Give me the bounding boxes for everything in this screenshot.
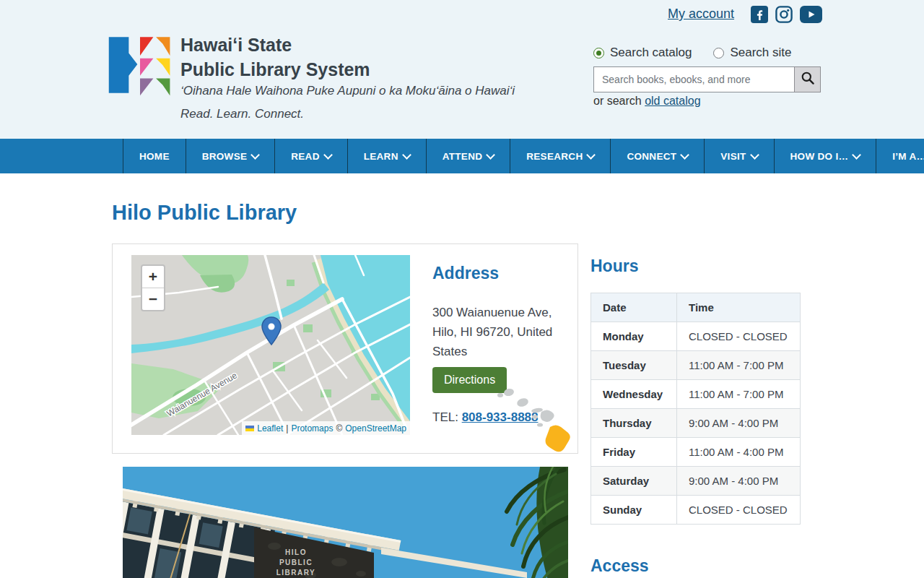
nav-label: HOW DO I… <box>790 151 849 162</box>
time-cell: 11:00 AM - 7:00 PM <box>677 380 801 409</box>
day-cell: Thursday <box>591 409 677 438</box>
address-line: States <box>432 342 559 361</box>
chevron-down-icon <box>680 150 689 160</box>
library-photo: HILO PUBLIC LIBRARY <box>123 467 568 578</box>
day-cell: Monday <box>591 322 677 351</box>
nav-item-read[interactable]: READ <box>274 139 346 173</box>
attr-separator: | <box>286 423 288 434</box>
site-title-line2: Public Library System <box>180 59 370 80</box>
search-input[interactable] <box>593 66 795 92</box>
time-cell: 11:00 AM - 4:00 PM <box>677 438 801 467</box>
nav-item-browse[interactable]: BROWSE <box>186 139 275 173</box>
youtube-icon[interactable] <box>800 6 822 23</box>
hours-row: Wednesday11:00 AM - 7:00 PM <box>591 380 801 409</box>
nav-label: HOME <box>139 151 170 162</box>
search-catalog-label: Search catalog <box>610 46 692 60</box>
search-site-radio[interactable] <box>713 48 724 59</box>
page: My account Hawaiʻi State Public Library … <box>0 0 924 578</box>
old-catalog-link[interactable]: old catalog <box>645 95 700 107</box>
address-line: Hilo, HI 96720, United <box>432 322 559 342</box>
day-cell: Sunday <box>591 496 677 525</box>
search-catalog-radio[interactable] <box>593 48 604 59</box>
address-line: 300 Waianuenue Ave, <box>432 303 559 322</box>
instagram-icon[interactable] <box>775 6 793 23</box>
nav-label: I’M A… <box>892 151 924 162</box>
hawaii-islands-graphic <box>495 386 582 457</box>
hours-row: Friday11:00 AM - 4:00 PM <box>591 438 801 467</box>
nav-label: LEARN <box>364 151 398 162</box>
nav-item-how-do-i[interactable]: HOW DO I… <box>774 139 876 173</box>
facebook-icon[interactable] <box>751 6 768 23</box>
openstreetmap-link[interactable]: OpenStreetMap <box>345 423 406 434</box>
map-tiles: Waianuenue Avenue <box>131 255 410 435</box>
nav-item-home[interactable]: HOME <box>123 139 186 173</box>
chevron-down-icon <box>486 150 495 160</box>
nav-label: VISIT <box>720 151 746 162</box>
time-cell: CLOSED - CLOSED <box>677 322 801 351</box>
search-button[interactable] <box>794 66 821 92</box>
nav-item-im-a[interactable]: I’M A… <box>876 139 924 173</box>
time-cell: 9:00 AM - 4:00 PM <box>677 467 801 496</box>
zoom-in-button[interactable]: + <box>142 266 164 288</box>
chevron-down-icon <box>402 150 411 160</box>
search-scope-radios: Search catalog Search site <box>593 46 791 60</box>
hours-col-time: Time <box>677 293 801 322</box>
social-links <box>751 6 822 23</box>
nav-item-visit[interactable]: VISIT <box>704 139 773 173</box>
hours-table: Date Time MondayCLOSED - CLOSED Tuesday1… <box>590 293 801 525</box>
library-logo <box>107 33 173 100</box>
hours-row: Tuesday11:00 AM - 7:00 PM <box>591 351 801 380</box>
map-zoom-control: + − <box>141 264 165 311</box>
day-cell: Tuesday <box>591 351 677 380</box>
chevron-down-icon <box>250 150 260 160</box>
nav-item-research[interactable]: RESEARCH <box>510 139 610 173</box>
chevron-down-icon <box>587 150 596 160</box>
hours-row: SundayCLOSED - CLOSED <box>591 496 801 525</box>
site-tagline: Read. Learn. Connect. <box>180 107 304 121</box>
site-title-line1: Hawaiʻi State <box>180 35 292 56</box>
page-title: Hilo Public Library <box>112 201 297 225</box>
hours-row: Saturday9:00 AM - 4:00 PM <box>591 467 801 496</box>
leaflet-link[interactable]: Leaflet <box>257 423 283 434</box>
address-text: 300 Waianuenue Ave, Hilo, HI 96720, Unit… <box>432 303 559 361</box>
time-cell: CLOSED - CLOSED <box>677 496 801 525</box>
nav-item-learn[interactable]: LEARN <box>347 139 426 173</box>
nav-label: READ <box>291 151 319 162</box>
nav-item-attend[interactable]: ATTEND <box>426 139 510 173</box>
leaflet-map[interactable]: Waianuenue Avenue + − Leaflet | Protomap… <box>131 255 410 435</box>
access-heading: Access <box>590 556 649 576</box>
day-cell: Saturday <box>591 467 677 496</box>
ukraine-flag-icon <box>245 426 254 431</box>
hours-col-date: Date <box>591 293 677 322</box>
site-subtitle-hawaiian: ʻOihana Hale Waihona Puke Aupuni o ka Mo… <box>180 84 515 98</box>
day-cell: Friday <box>591 438 677 467</box>
chevron-down-icon <box>323 150 333 160</box>
hours-row: MondayCLOSED - CLOSED <box>591 322 801 351</box>
address-heading: Address <box>432 264 499 283</box>
main-nav: HOME BROWSE READ LEARN ATTEND RESEARCH C… <box>0 139 924 173</box>
photo-sign-line3: LIBRARY <box>276 569 316 577</box>
photo-sign-line1: HILO <box>285 548 307 556</box>
nav-label: ATTEND <box>443 151 483 162</box>
nav-label: RESEARCH <box>526 151 583 162</box>
chevron-down-icon <box>852 150 861 160</box>
or-search-text: or search <box>593 95 642 107</box>
search-site-label: Search site <box>730 46 791 60</box>
nav-label: CONNECT <box>627 151 676 162</box>
protomaps-link[interactable]: Protomaps <box>291 423 333 434</box>
photo-sign-line2: PUBLIC <box>279 558 313 566</box>
hours-row: Thursday9:00 AM - 4:00 PM <box>591 409 801 438</box>
search-icon <box>801 71 815 88</box>
attr-copyright: © <box>336 423 342 434</box>
old-catalog-line: or search old catalog <box>593 95 701 108</box>
hours-header-row: Date Time <box>591 293 801 322</box>
time-cell: 11:00 AM - 7:00 PM <box>677 351 801 380</box>
time-cell: 9:00 AM - 4:00 PM <box>677 409 801 438</box>
nav-item-connect[interactable]: CONNECT <box>610 139 704 173</box>
zoom-out-button[interactable]: − <box>142 288 164 310</box>
tel-label: TEL: <box>432 410 458 424</box>
day-cell: Wednesday <box>591 380 677 409</box>
chevron-down-icon <box>750 150 759 160</box>
nav-label: BROWSE <box>202 151 248 162</box>
my-account-link[interactable]: My account <box>668 7 734 22</box>
